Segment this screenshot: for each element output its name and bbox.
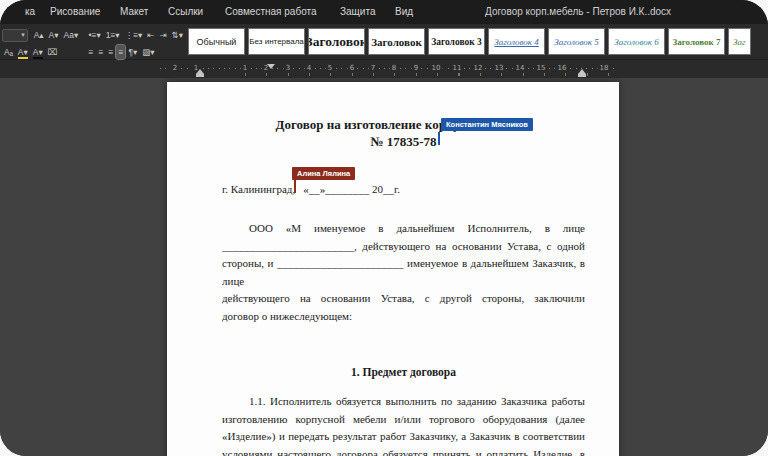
style-card-heading8-clipped[interactable]: Заг	[728, 28, 751, 55]
paragraph-line: действующего на основании Устава, с друг…	[222, 290, 585, 308]
shading-icon[interactable]: ▨▾	[140, 45, 156, 59]
collaborator-flag-konstantin: Константин Мясников	[441, 118, 533, 131]
align-left-icon[interactable]: ≡	[87, 45, 96, 59]
paragraph-line: лице ___________________________________…	[222, 273, 585, 291]
font-color-icon[interactable]: А▾	[31, 45, 45, 59]
left-indent-marker[interactable]	[196, 69, 204, 74]
first-line-indent-marker[interactable]	[267, 64, 275, 69]
ruler-number: 7	[369, 64, 377, 73]
collaborator-caret-konstantin	[438, 132, 440, 145]
paragraph-line: изготовлению корпусной мебели и/или торг…	[222, 411, 585, 429]
align-justify-icon[interactable]: ≡	[116, 45, 125, 59]
document-title: Договор корп.мебель - Петров И.К..docx	[485, 6, 671, 17]
ruler-number: 4	[305, 64, 313, 73]
ruler-number: 8	[390, 64, 398, 73]
paragraph-line: условиями настоящего договора обязуется …	[222, 446, 585, 456]
decrease-indent-icon[interactable]: ⇤	[145, 28, 156, 42]
ruler-number: 13	[493, 64, 506, 73]
align-right-icon[interactable]: ≡	[106, 45, 115, 59]
font-tools-group: ▾ А▴ А▾ Аа▾ •≡▾ 1≡▾ ⋮≡▾ ⇤ ⇥ ⇅▾ Аₐ А▾ А▾ …	[0, 24, 186, 60]
bullet-list-icon[interactable]: •≡▾	[86, 28, 102, 42]
numbered-list-icon[interactable]: 1≡▾	[104, 28, 122, 42]
contract-title-line2: № 17835-78	[222, 133, 585, 150]
document-page[interactable]: Константин Мясников Алина Лялина Договор…	[167, 82, 619, 456]
ruler-number: 18	[598, 64, 611, 73]
menubar: ка Рисование Макет Ссылки Совместная раб…	[0, 0, 768, 24]
menu-item-collaboration[interactable]: Совместная работа	[225, 6, 317, 17]
ruler-number: 10	[430, 64, 443, 73]
style-card-heading4[interactable]: Заголовок 4	[488, 28, 545, 55]
paragraph-line: договор о нижеследующем:	[222, 308, 585, 326]
intro-paragraph: ООО «М именуемое в дальнейшем Исполнител…	[222, 220, 585, 325]
styles-gallery: Обычный Без интервала Заголовок Заголово…	[188, 28, 751, 56]
menu-item-view[interactable]: Вид	[395, 6, 413, 17]
menu-item-drawing[interactable]: Рисование	[50, 6, 100, 17]
formatting-toolbar: ▾ А▴ А▾ Аа▾ •≡▾ 1≡▾ ⋮≡▾ ⇤ ⇥ ⇅▾ Аₐ А▾ А▾ …	[0, 24, 768, 60]
style-card-heading7[interactable]: Заголовок 7	[668, 28, 725, 55]
menu-item-clipped[interactable]: ка	[25, 6, 35, 17]
document-canvas[interactable]: Константин Мясников Алина Лялина Договор…	[0, 78, 768, 456]
city-date-line: г. Калининград,«__»________ 20__г.	[222, 181, 585, 198]
clear-formatting-icon[interactable]: ⌧	[46, 45, 60, 59]
paragraph-line: ООО «М именуемое в дальнейшем Исполнител…	[222, 220, 585, 238]
horizontal-ruler: 2 1 1 2 3 4 5 6 7 8 9 10 11 12 13 14 15 …	[0, 61, 768, 78]
ruler-number: 3	[284, 64, 292, 73]
date-placeholder: «__»________ 20__г.	[303, 183, 400, 195]
ruler-number: 14	[514, 64, 527, 73]
change-case-icon[interactable]: Аа▾	[62, 28, 81, 42]
menu-item-references[interactable]: Ссылки	[168, 6, 203, 17]
clause-paragraph: 1.1. Исполнитель обязуется выполнить по …	[222, 393, 585, 456]
paragraph-line: 1.1. Исполнитель обязуется выполнить по …	[222, 393, 585, 411]
paragraph-line: стороны, и _______________________ имену…	[222, 255, 585, 273]
collaborator-flag-alina: Алина Лялина	[292, 167, 355, 180]
menu-item-protection[interactable]: Защита	[340, 6, 375, 17]
paragraph-line: ________________________, действующего н…	[222, 238, 585, 256]
shrink-font-icon[interactable]: А▾	[47, 28, 61, 42]
highlight-color-icon[interactable]: А▾	[16, 45, 30, 59]
style-card-normal[interactable]: Обычный	[188, 28, 245, 55]
ruler-number: 2	[171, 64, 179, 73]
style-card-heading1[interactable]: Заголовок	[308, 28, 365, 55]
ruler-number: 5	[326, 64, 334, 73]
style-card-heading2[interactable]: Заголовок	[368, 28, 425, 55]
right-indent-marker[interactable]	[578, 69, 586, 74]
ruler-number: 11	[451, 64, 464, 73]
ruler-number: 15	[535, 64, 548, 73]
city-label: г. Калининград,	[222, 183, 295, 195]
app-window: ка Рисование Макет Ссылки Совместная раб…	[0, 0, 768, 456]
ruler-number: 16	[556, 64, 569, 73]
font-size-combo[interactable]: ▾	[2, 29, 28, 42]
ruler-number: 12	[472, 64, 485, 73]
style-card-heading6[interactable]: Заголовок 6	[608, 28, 665, 55]
line-spacing-icon[interactable]: ⇅▾	[170, 28, 185, 42]
section-heading: 1. Предмет договора	[222, 364, 585, 381]
menu-item-layout[interactable]: Макет	[120, 6, 148, 17]
style-card-heading3[interactable]: Заголовок 3	[428, 28, 485, 55]
ruler-number: 6	[348, 64, 356, 73]
paragraph-line: «Изделие») и передать результат работ За…	[222, 428, 585, 446]
ruler-number: 1	[241, 64, 249, 73]
style-card-heading5[interactable]: Заголовок 5	[548, 28, 605, 55]
ruler-cm-ticks	[245, 73, 611, 76]
multilevel-list-icon[interactable]: ⋮≡▾	[123, 28, 145, 42]
increase-indent-icon[interactable]: ⇥	[157, 28, 168, 42]
paragraph-marks-icon[interactable]: ¶▾	[126, 45, 139, 59]
text-effects-icon[interactable]: Аₐ	[2, 45, 15, 59]
ruler-number: 9	[412, 64, 420, 73]
collaborator-caret-alina	[294, 180, 296, 193]
style-card-no-spacing[interactable]: Без интервала	[248, 28, 305, 55]
grow-font-icon[interactable]: А▴	[32, 28, 46, 42]
align-center-icon[interactable]: ≡	[96, 45, 105, 59]
